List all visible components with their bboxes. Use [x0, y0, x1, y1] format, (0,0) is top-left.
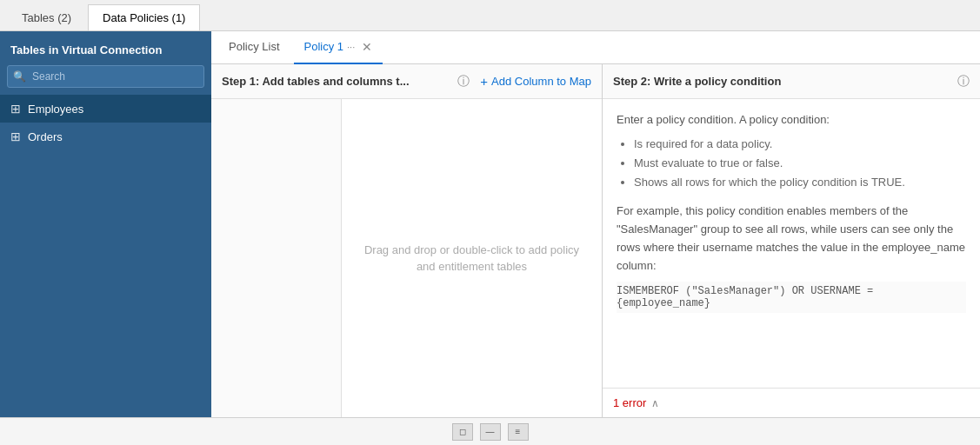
- sidebar-search-container: 🔍: [7, 65, 204, 88]
- policy-tabs-bar: Policy List Policy 1 ··· ✕: [211, 31, 980, 64]
- sidebar-item-employees[interactable]: ⊞ Employees: [0, 95, 211, 123]
- step1-body: Drag and drop or double-click to add pol…: [211, 99, 602, 417]
- step2-panel: Step 2: Write a policy condition ⓘ Enter…: [603, 64, 980, 417]
- step1-info-icon[interactable]: ⓘ: [457, 74, 470, 90]
- step1-right-column: Drag and drop or double-click to add pol…: [342, 99, 602, 417]
- top-tabs-bar: Tables (2) Data Policies (1): [0, 0, 980, 31]
- step1-left-column: [211, 99, 342, 417]
- step1-title: Step 1: Add tables and columns t...: [222, 75, 454, 88]
- step2-title: Step 2: Write a policy condition: [613, 75, 954, 88]
- step2-body: Enter a policy condition. A policy condi…: [603, 99, 980, 388]
- step2-bullet-1: Is required for a data policy.: [634, 135, 966, 154]
- sidebar-item-label-employees: Employees: [28, 103, 83, 116]
- search-input[interactable]: [7, 65, 204, 88]
- steps-area: Step 1: Add tables and columns t... ⓘ + …: [211, 64, 980, 417]
- bottom-bar-btn-2[interactable]: —: [480, 423, 501, 441]
- drag-hint-line2: and entitlement tables: [364, 258, 579, 276]
- sidebar-item-label-orders: Orders: [28, 130, 63, 143]
- tab-policy-1-more[interactable]: ···: [347, 42, 355, 52]
- sidebar-title: Tables in Virtual Connection: [0, 31, 211, 65]
- step2-intro: Enter a policy condition. A policy condi…: [617, 113, 966, 126]
- step2-header: Step 2: Write a policy condition ⓘ: [603, 64, 980, 99]
- add-column-button[interactable]: + Add Column to Map: [480, 74, 591, 89]
- table-icon-orders: ⊞: [10, 130, 21, 143]
- step2-example-text: For example, this policy condition enabl…: [617, 203, 966, 275]
- tab-tables[interactable]: Tables (2): [7, 4, 86, 30]
- tab-policy-1-close[interactable]: ✕: [362, 40, 372, 54]
- sidebar: Tables in Virtual Connection 🔍 ⊞ Employe…: [0, 31, 211, 417]
- table-icon-employees: ⊞: [10, 102, 21, 116]
- bottom-bar-btn-3[interactable]: ≡: [508, 423, 529, 441]
- content-area: Policy List Policy 1 ··· ✕ Step 1: Add t…: [211, 31, 980, 417]
- drag-drop-hint: Drag and drop or double-click to add pol…: [350, 228, 593, 289]
- error-chevron-icon[interactable]: ∧: [651, 397, 659, 409]
- step2-bullet-3: Shows all rows for which the policy cond…: [634, 173, 966, 192]
- add-column-label: Add Column to Map: [491, 75, 591, 88]
- tab-policy-1-label: Policy 1: [304, 40, 344, 53]
- error-bar: 1 error ∧: [603, 388, 980, 417]
- step2-code-example: ISMEMBEROF ("SalesManager") OR USERNAME …: [617, 282, 966, 313]
- bottom-bar: ◻ — ≡: [0, 417, 980, 445]
- step2-bullets: Is required for a data policy. Must eval…: [634, 135, 966, 192]
- error-count: 1 error: [613, 396, 646, 409]
- drag-hint-line1: Drag and drop or double-click to add pol…: [364, 242, 579, 259]
- tab-policy-1[interactable]: Policy 1 ··· ✕: [294, 31, 383, 64]
- step1-header: Step 1: Add tables and columns t... ⓘ + …: [211, 64, 602, 99]
- main-layout: Tables in Virtual Connection 🔍 ⊞ Employe…: [0, 31, 980, 417]
- sidebar-item-orders[interactable]: ⊞ Orders: [0, 123, 211, 150]
- search-icon: 🔍: [13, 70, 26, 83]
- bottom-bar-btn-1[interactable]: ◻: [452, 423, 473, 441]
- tab-data-policies[interactable]: Data Policies (1): [88, 4, 200, 30]
- tab-policy-list[interactable]: Policy List: [218, 31, 290, 64]
- step2-info-icon[interactable]: ⓘ: [957, 74, 970, 90]
- add-column-plus-icon: +: [480, 74, 488, 89]
- step2-bullet-2: Must evaluate to true or false.: [634, 154, 966, 173]
- step1-panel: Step 1: Add tables and columns t... ⓘ + …: [211, 64, 603, 417]
